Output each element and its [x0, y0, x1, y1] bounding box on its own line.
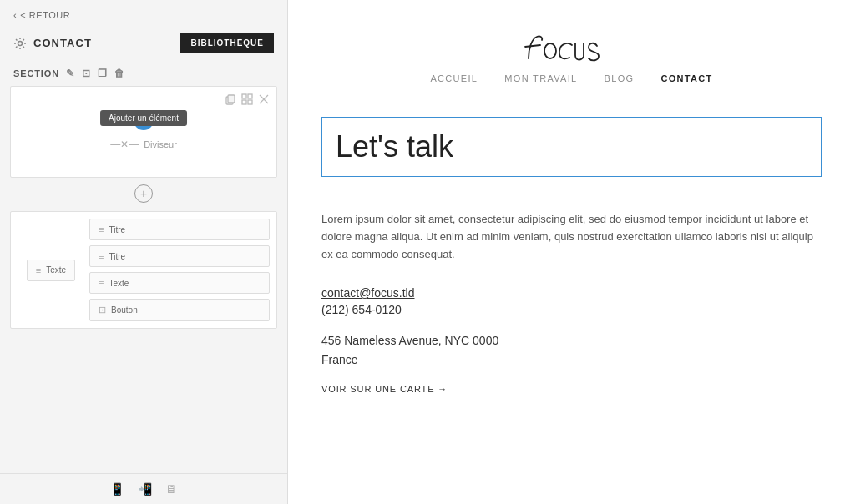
svg-rect-5	[242, 100, 246, 104]
delete-section-icon[interactable]: 🗑	[114, 68, 125, 79]
diviseur-label: Diviseur	[144, 139, 177, 149]
map-link[interactable]: VOIR SUR UNE CARTE →	[321, 384, 822, 394]
panel-title-group: CONTACT	[13, 37, 92, 50]
back-arrow-icon: ‹	[13, 10, 17, 20]
diviseur-row: —✕— Diviseur	[18, 137, 270, 152]
left-panel: ‹ < RETOUR CONTACT BIBLIOTHÈQUE SECTION …	[0, 0, 288, 504]
nav-accueil[interactable]: ACCUEIL	[430, 73, 478, 83]
svg-point-9	[544, 43, 556, 58]
bouton-icon: ⊡	[99, 305, 106, 315]
contact-email[interactable]: contact@focus.tld	[321, 286, 822, 300]
titre-block-2[interactable]: ≡ Titre	[89, 245, 270, 267]
tooltip: Ajouter un élément	[100, 110, 187, 126]
heading-box: Let's talk	[321, 117, 822, 177]
desktop-icon[interactable]: 🖥	[165, 482, 177, 496]
description-text: Lorem ipsum dolor sit amet, consectetur …	[321, 211, 822, 263]
diviseur-icon: —✕—	[110, 139, 139, 150]
col-right: ≡ Titre ≡ Titre ≡ Texte ⊡ Bouton	[89, 219, 270, 321]
svg-rect-2	[228, 95, 235, 103]
address-line2: France	[321, 353, 358, 366]
panel-header: CONTACT BIBLIOTHÈQUE	[0, 27, 287, 63]
section-top-icons	[18, 93, 270, 105]
site-content: Let's talk Lorem ipsum dolor sit amet, c…	[288, 97, 855, 504]
titre2-label: Titre	[109, 252, 125, 261]
site-nav: ACCUEIL MON TRAVAIL BLOG CONTACT	[430, 73, 712, 83]
grid-icon[interactable]	[241, 93, 253, 105]
section-label: SECTION	[13, 68, 59, 78]
titre-block-1[interactable]: ≡ Titre	[89, 219, 270, 240]
bottom-bar: 📱 📲 🖥	[0, 473, 287, 504]
texte2-icon: ≡	[99, 278, 104, 288]
svg-point-0	[18, 41, 23, 45]
page-heading: Let's talk	[336, 129, 807, 164]
right-panel: ACCUEIL MON TRAVAIL BLOG CONTACT Let's t…	[288, 0, 855, 504]
bibliotheque-button[interactable]: BIBLIOTHÈQUE	[180, 33, 274, 53]
mobile-icon[interactable]: 📱	[110, 482, 124, 496]
texte2-label: Texte	[109, 279, 129, 288]
section-block-2: ≡ Texte ≡ Titre ≡ Titre ≡ Texte ⊡ Bouton	[10, 211, 277, 329]
section-block-1: Ajouter un élément + —✕— Diviseur	[10, 86, 277, 178]
gear-icon	[13, 37, 27, 50]
col-left: ≡ Texte	[18, 219, 84, 321]
back-label: < RETOUR	[20, 10, 70, 20]
site-header: ACCUEIL MON TRAVAIL BLOG CONTACT	[288, 0, 855, 97]
delete-icon[interactable]	[258, 93, 270, 105]
copy-section-icon[interactable]: ⊡	[82, 68, 91, 79]
site-logo	[514, 23, 630, 73]
back-button[interactable]: ‹ < RETOUR	[0, 0, 287, 27]
bouton-block[interactable]: ⊡ Bouton	[89, 299, 270, 321]
titre1-icon: ≡	[99, 224, 104, 234]
nav-contact[interactable]: CONTACT	[660, 73, 712, 83]
divider	[321, 194, 372, 194]
panel-title-text: CONTACT	[33, 37, 92, 49]
copy-icon[interactable]	[225, 93, 236, 105]
contact-address: 456 Nameless Avenue, NYC 0000 France	[321, 331, 822, 369]
texte-block[interactable]: ≡ Texte	[27, 260, 75, 281]
edit-section-icon[interactable]: ✎	[66, 68, 75, 79]
svg-rect-4	[248, 94, 252, 98]
nav-blog[interactable]: BLOG	[605, 73, 635, 83]
duplicate-section-icon[interactable]: ❐	[98, 68, 108, 79]
add-section-bottom-button[interactable]: +	[134, 184, 153, 203]
texte-block-2[interactable]: ≡ Texte	[89, 272, 270, 294]
texte-icon: ≡	[36, 265, 41, 275]
titre2-icon: ≡	[99, 251, 104, 261]
address-line1: 456 Nameless Avenue, NYC 0000	[321, 334, 498, 347]
svg-rect-6	[248, 100, 252, 104]
svg-rect-3	[242, 94, 246, 98]
titre1-label: Titre	[109, 225, 125, 234]
bouton-label: Bouton	[111, 305, 138, 315]
texte-label: Texte	[46, 265, 66, 275]
tablet-icon[interactable]: 📲	[138, 482, 152, 496]
contact-phone[interactable]: (212) 654-0120	[321, 303, 822, 316]
nav-mon-travail[interactable]: MON TRAVAIL	[504, 73, 577, 83]
section-bar: SECTION ✎ ⊡ ❐ 🗑	[0, 63, 287, 86]
